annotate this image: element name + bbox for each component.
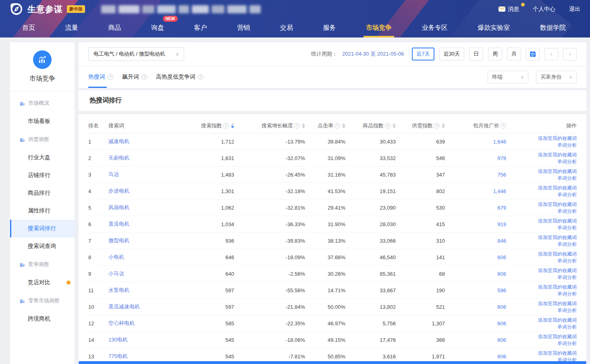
word-analysis-link[interactable]: 单词分析 [557,158,577,165]
sidebar-item-4[interactable]: 店铺排行 [10,166,75,184]
sidebar-item-5[interactable]: 商品排行 [10,184,75,202]
word-analysis-link[interactable]: 单词分析 [557,324,577,330]
word-analysis-link[interactable]: 单词分析 [557,291,577,297]
nav-item-0[interactable]: 首页 [22,18,35,37]
range-button-3[interactable]: 周 [488,48,502,60]
word-analysis-link[interactable]: 单词分析 [557,208,577,214]
range-button-1[interactable]: 近30天 [439,48,464,60]
promo-price-link[interactable]: 846 [497,238,506,244]
keyword-link[interactable]: 小电机 [108,254,124,261]
word-analysis-link[interactable]: 单词分析 [557,142,577,148]
add-to-favorites-link[interactable]: 添加至我的收藏词 [538,234,577,241]
promo-price-link[interactable]: 919 [497,221,506,227]
sidebar-item-3[interactable]: 行业大盘 [10,149,75,166]
add-to-favorites-link[interactable]: 添加至我的收藏词 [538,300,577,307]
help-icon[interactable]: ? [334,123,340,129]
terminal-select[interactable]: 终端 ∨ [488,71,528,83]
tab-1[interactable]: 飙升词? [122,66,147,88]
help-icon[interactable]: ? [141,74,147,80]
help-icon[interactable]: ? [434,123,440,129]
messages-link[interactable]: 消息 [499,6,519,13]
logo[interactable]: 生意参谋 豪华版 [10,2,85,16]
nav-item-10[interactable]: 爆款实验室 [478,18,510,37]
range-button-4[interactable]: 月 [507,48,521,60]
nav-item-11[interactable]: 数据学院 [540,18,566,37]
promo-price-link[interactable]: 756 [497,172,506,178]
keyword-link[interactable]: 减速电机 [108,138,129,145]
nav-item-9[interactable]: 业务专区 [422,18,448,37]
keyword-link[interactable]: 无刷电机 [108,154,129,162]
keyword-link[interactable]: 微型电机 [108,237,129,244]
buyer-select[interactable]: 买家身份 ∨ [536,71,577,83]
calendar-button[interactable] [526,48,540,60]
keyword-link[interactable]: 空心杯电机 [108,320,135,327]
promo-price-link[interactable]: 606 [497,320,506,327]
help-icon[interactable]: ? [501,123,506,129]
add-to-favorites-link[interactable]: 添加至我的收藏词 [538,185,577,191]
sort-carets[interactable] [393,123,396,128]
keyword-link[interactable]: 小马达 [108,270,124,277]
nav-item-8[interactable]: 市场竞争 [366,18,392,37]
promo-price-link[interactable]: 606 [497,304,506,310]
sidebar-item-12[interactable]: 跨境商机 [10,310,75,328]
promo-price-link[interactable]: 606 [497,271,506,277]
sort-carets[interactable] [342,123,345,128]
sidebar-item-7[interactable]: 搜索词排行 [10,220,75,237]
promo-price-link[interactable]: 1,646 [493,139,506,145]
logout-link[interactable]: 退出 [569,6,580,13]
tab-2[interactable]: 高热度低竞争词? [156,66,204,88]
nav-item-1[interactable]: 流量 [65,18,78,37]
sidebar-item-8[interactable]: 搜索词查询 [10,237,75,255]
help-icon[interactable]: ? [223,123,229,129]
word-analysis-link[interactable]: 单词分析 [557,307,577,314]
help-icon[interactable]: ? [108,74,113,80]
add-to-favorites-link[interactable]: 添加至我的收藏词 [538,135,577,141]
nav-item-2[interactable]: 商品 [108,18,121,37]
nav-item-7[interactable]: 服务 [323,18,336,37]
range-button-0[interactable]: 近7天 [412,48,434,60]
word-analysis-link[interactable]: 单词分析 [557,274,577,281]
word-analysis-link[interactable]: 单词分析 [557,241,577,248]
word-analysis-link[interactable]: 单词分析 [557,225,577,231]
add-to-favorites-link[interactable]: 添加至我的收藏词 [538,168,577,175]
add-to-favorites-link[interactable]: 添加至我的收藏词 [538,152,577,158]
add-to-favorites-link[interactable]: 添加至我的收藏词 [538,350,577,356]
add-to-favorites-link[interactable]: 添加至我的收藏词 [538,201,577,208]
profile-link[interactable]: 个人中心 [533,6,555,13]
sort-carets[interactable] [231,123,234,128]
promo-price-link[interactable]: 606 [497,337,506,343]
keyword-link[interactable]: 马达 [108,171,119,178]
promo-price-link[interactable]: 596 [497,287,506,293]
keyword-link[interactable]: 130电机 [108,336,128,343]
sort-carets[interactable] [302,123,305,128]
tab-0[interactable]: 热搜词? [88,66,113,88]
nav-item-4[interactable]: 客户 [194,18,207,37]
range-button-2[interactable]: 日 [469,48,483,60]
category-select[interactable]: 电工电气 / 电动机 / 微型电动机 ∨ [88,47,184,61]
promo-price-link[interactable]: 679 [497,205,506,211]
keyword-link[interactable]: 直流电机 [108,220,129,228]
add-to-favorites-link[interactable]: 添加至我的收藏词 [538,218,577,224]
add-to-favorites-link[interactable]: 添加至我的收藏词 [538,251,577,257]
sort-carets[interactable] [442,123,445,128]
next-period-button[interactable]: › [563,48,577,60]
help-icon[interactable]: ? [385,123,391,129]
word-analysis-link[interactable]: 单词分析 [557,191,577,198]
nav-item-6[interactable]: 交易 [280,18,293,37]
sidebar-item-1[interactable]: 市场看板 [10,112,75,130]
keyword-link[interactable]: 水泵电机 [108,287,129,294]
sidebar-item-10[interactable]: 竞店对比 [10,274,75,291]
promo-price-link[interactable]: 606 [497,354,506,360]
help-icon[interactable]: ? [294,123,300,129]
add-to-favorites-link[interactable]: 添加至我的收藏词 [538,284,577,290]
prev-period-button[interactable]: ‹ [544,48,558,60]
horizontal-scrollbar[interactable] [79,361,586,364]
keyword-link[interactable]: 直流减速电机 [108,303,140,310]
nav-item-5[interactable]: 营销 [237,18,250,37]
word-analysis-link[interactable]: 单词分析 [557,258,577,264]
nav-item-3[interactable]: 询盘NEW [151,18,164,37]
promo-price-link[interactable]: 606 [497,254,506,260]
add-to-favorites-link[interactable]: 添加至我的收藏词 [538,317,577,323]
keyword-link[interactable]: 步进电机 [108,187,129,195]
keyword-link[interactable]: 风扇电机 [108,204,129,211]
